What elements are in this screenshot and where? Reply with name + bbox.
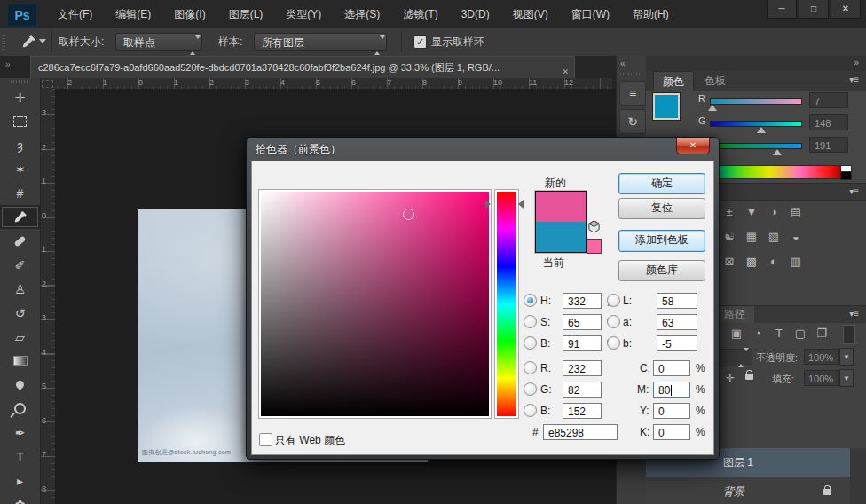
marquee-tool[interactable] <box>0 109 40 133</box>
show-sampling-ring-checkbox[interactable]: ✓ <box>413 35 427 49</box>
panel-menu-icon[interactable]: ▾≡ <box>849 75 859 84</box>
green-value[interactable]: 148 <box>809 114 848 130</box>
lock-all-icon[interactable] <box>745 374 753 380</box>
menu-3d[interactable]: 3D(D) <box>450 0 501 28</box>
layer-row-background[interactable]: 背景 <box>646 477 850 504</box>
panel-menu-icon[interactable]: ▾≡ <box>849 186 859 196</box>
menu-edit[interactable]: 编辑(E) <box>104 0 162 28</box>
yellow-input[interactable]: 0 <box>653 403 690 419</box>
hex-input[interactable]: e85298 <box>543 424 618 440</box>
gradient-tool[interactable] <box>0 349 40 373</box>
saturation-input[interactable]: 65 <box>563 314 602 330</box>
path-selection-tool[interactable]: ▸ <box>0 469 40 492</box>
magic-wand-tool[interactable]: ✶ <box>0 157 40 181</box>
sample-layers-select[interactable]: 所有图层 <box>254 33 387 51</box>
add-to-swatches-button[interactable]: 添加到色板 <box>618 230 705 252</box>
brightness-input[interactable]: 91 <box>563 335 602 351</box>
green-slider-thumb[interactable] <box>757 127 766 133</box>
dialog-title[interactable]: 拾色器（前景色） <box>256 142 341 157</box>
adjustment-icon[interactable]: ▦ <box>743 229 760 245</box>
green-input[interactable]: 82 <box>563 382 602 398</box>
blue-radio[interactable] <box>524 404 537 417</box>
lab-b-input[interactable]: -5 <box>657 335 697 351</box>
lasso-tool[interactable]: ȝ <box>0 133 40 157</box>
web-colors-only-checkbox[interactable] <box>259 433 272 446</box>
dodge-tool[interactable] <box>0 397 40 421</box>
menu-help[interactable]: 帮助(H) <box>621 0 681 28</box>
menu-select[interactable]: 选择(S) <box>333 0 391 28</box>
lab-l-input[interactable]: 58 <box>657 293 697 309</box>
close-button[interactable]: ✕ <box>831 0 861 19</box>
scrollbar-thumb[interactable] <box>843 325 855 344</box>
fill-value[interactable]: 100% <box>804 370 839 386</box>
minimize-button[interactable]: ─ <box>767 0 797 19</box>
blue-slider[interactable] <box>710 143 802 149</box>
path-button-icon[interactable]: T <box>770 327 788 340</box>
opacity-dropdown-icon[interactable]: ▼ <box>839 348 854 366</box>
foreground-color-swatch[interactable] <box>653 93 680 120</box>
opacity-value[interactable]: 100% <box>804 349 839 365</box>
layers-scroll-gutter[interactable] <box>850 448 866 504</box>
hue-slider[interactable] <box>495 190 518 418</box>
sample-size-select[interactable]: 取样点 <box>115 33 202 51</box>
magenta-input[interactable]: 80 <box>653 382 690 398</box>
tool-preset-dropdown-icon[interactable] <box>39 39 46 43</box>
adjustment-icon[interactable]: ▼ <box>743 204 760 220</box>
blue-slider-thumb[interactable] <box>773 149 782 155</box>
properties-panel-button[interactable]: ↻ <box>619 109 646 134</box>
lab-b-radio[interactable] <box>607 336 620 350</box>
move-tool[interactable]: ✛ <box>0 85 40 109</box>
document-tab[interactable]: c286ca7ecc6f7a79-a0afd660aad520fe-dbdcd0… <box>30 56 575 78</box>
saturation-brightness-field[interactable] <box>259 190 491 418</box>
path-button-icon[interactable]: ◔ <box>749 327 767 340</box>
black-input[interactable]: 0 <box>653 424 690 440</box>
history-panel-button[interactable]: ≡ <box>619 81 646 106</box>
adjustment-icon[interactable]: ◒ <box>787 229 805 245</box>
green-slider[interactable] <box>710 121 802 127</box>
adjustment-icon[interactable]: ▥ <box>787 254 805 270</box>
panel-menu-icon[interactable]: ▾≡ <box>849 309 859 319</box>
cyan-input[interactable]: 0 <box>653 360 690 376</box>
lock-position-icon[interactable]: ✛ <box>726 372 735 384</box>
hue-radio[interactable] <box>524 294 537 307</box>
adjustment-icon[interactable]: ▧ <box>765 229 783 245</box>
lab-a-radio[interactable] <box>607 315 620 328</box>
menu-image[interactable]: 图像(I) <box>162 0 216 28</box>
tab-paths[interactable]: 路径 <box>715 306 754 323</box>
red-radio[interactable] <box>524 361 537 374</box>
red-value[interactable]: 7 <box>809 92 848 108</box>
maximize-button[interactable]: □ <box>799 0 829 19</box>
blue-value[interactable]: 191 <box>809 137 848 153</box>
dock-grip[interactable] <box>620 73 643 75</box>
ok-button[interactable]: 确定 <box>618 173 705 194</box>
collapse-panels-icon[interactable]: » <box>854 58 859 67</box>
options-bar-grip[interactable] <box>2 34 5 50</box>
lab-a-input[interactable]: 63 <box>657 314 697 330</box>
menu-type[interactable]: 类型(Y) <box>274 0 333 28</box>
brightness-radio[interactable] <box>524 336 537 350</box>
menu-window[interactable]: 窗口(W) <box>560 0 621 28</box>
hue-input[interactable]: 332 <box>563 293 602 309</box>
toolbar-grip[interactable] <box>11 80 29 83</box>
blue-input[interactable]: 152 <box>563 403 602 419</box>
green-radio[interactable] <box>524 382 537 396</box>
clone-stamp-tool[interactable]: ♙ <box>0 277 40 301</box>
saturation-radio[interactable] <box>524 315 537 328</box>
current-color-swatch[interactable] <box>536 222 586 252</box>
menu-filter[interactable]: 滤镜(T) <box>391 0 449 28</box>
adjustment-icon[interactable]: ◑ <box>765 204 783 220</box>
type-tool[interactable]: T <box>0 445 40 469</box>
history-brush-tool[interactable]: ↺ <box>0 301 40 325</box>
adjustment-icon[interactable]: ▤ <box>787 204 805 220</box>
reset-button[interactable]: 复位 <box>618 198 705 219</box>
panel-collapse-icon[interactable]: » <box>5 59 10 69</box>
path-button-icon[interactable]: ❐ <box>813 327 831 340</box>
healing-brush-tool[interactable] <box>0 229 40 253</box>
menu-file[interactable]: 文件(F) <box>46 0 104 28</box>
web-safe-color-swatch[interactable] <box>587 239 602 254</box>
tab-close-icon[interactable]: ✕ <box>562 61 569 78</box>
adjustment-icon[interactable]: ☯ <box>720 229 738 245</box>
tab-color[interactable]: 颜色 <box>653 71 694 91</box>
custom-shape-tool[interactable]: ✿ <box>0 492 40 504</box>
menu-layer[interactable]: 图层(L) <box>217 0 275 28</box>
